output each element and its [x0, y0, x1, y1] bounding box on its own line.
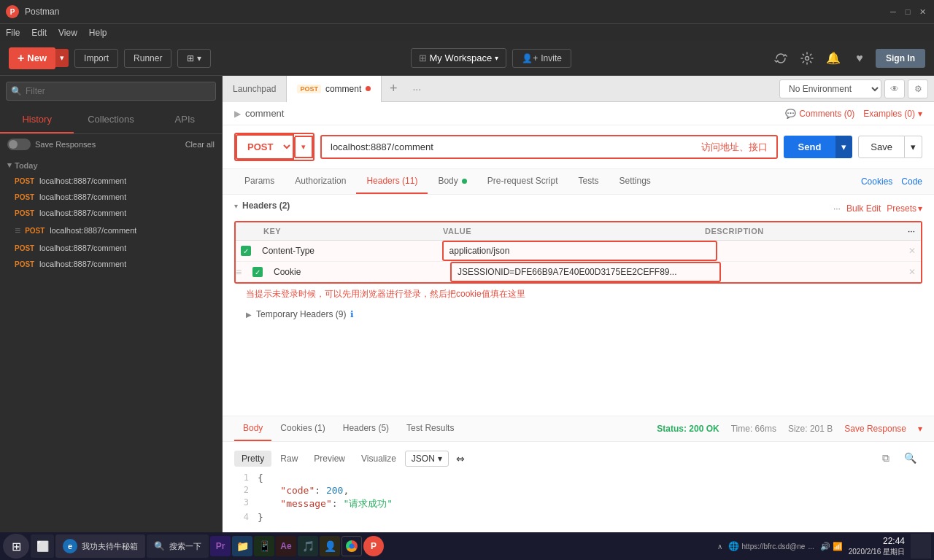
url-input[interactable]: [322, 136, 692, 158]
invite-button[interactable]: 👤+ Invite: [512, 49, 571, 68]
cookies-link[interactable]: Cookies: [861, 176, 892, 187]
taskbar-app-green[interactable]: 📱: [254, 536, 274, 556]
header-description[interactable]: [721, 267, 903, 277]
temp-toggle-icon[interactable]: ▶: [246, 311, 252, 319]
history-item[interactable]: POST localhost:8887/comment: [7, 173, 215, 189]
tab-pre-request[interactable]: Pre-request Script: [477, 169, 568, 194]
menu-edit[interactable]: Edit: [31, 28, 47, 38]
row-checkbox[interactable]: ✓: [236, 246, 256, 256]
row-checkbox[interactable]: ✓: [247, 267, 268, 277]
sync-icon[interactable]: [771, 48, 791, 69]
taskview-button[interactable]: ⬜: [31, 534, 54, 558]
comments-link[interactable]: 💬 Comments (0): [785, 109, 854, 119]
menu-view[interactable]: View: [58, 28, 77, 38]
tab-tests[interactable]: Tests: [568, 169, 609, 194]
history-item[interactable]: POST localhost:8887/comment: [7, 205, 215, 221]
workspace-selector[interactable]: ⊞ My Workspace ▾: [411, 48, 507, 68]
tab-settings[interactable]: Settings: [609, 169, 661, 194]
more-actions-icon[interactable]: ···: [833, 203, 841, 214]
save-button[interactable]: Save: [858, 136, 905, 158]
header-key[interactable]: Cookie: [268, 262, 450, 282]
presets-button[interactable]: Presets ▾: [887, 203, 922, 214]
new-button-caret[interactable]: ▾: [55, 49, 69, 67]
sidebar-tab-collections[interactable]: Collections: [74, 106, 147, 133]
method-select[interactable]: POST: [236, 134, 294, 160]
save-dropdown-button[interactable]: ▾: [905, 136, 922, 158]
checkbox-checked[interactable]: ✓: [252, 267, 263, 277]
taskbar-app-postman[interactable]: P: [363, 536, 384, 556]
environment-select[interactable]: No Environment: [779, 79, 881, 98]
send-dropdown-button[interactable]: ▾: [835, 136, 852, 158]
code-link[interactable]: Code: [901, 176, 922, 187]
tab-params[interactable]: Params: [234, 169, 285, 194]
import-button[interactable]: Import: [74, 49, 118, 68]
tab-authorization[interactable]: Authorization: [285, 169, 356, 194]
sidebar-tab-history[interactable]: History: [0, 106, 74, 133]
header-description[interactable]: [717, 246, 903, 256]
taskbar-item-search[interactable]: 🔍 搜索一下: [147, 534, 209, 558]
checkbox-checked[interactable]: ✓: [241, 246, 251, 256]
menu-help[interactable]: Help: [89, 28, 107, 38]
history-item[interactable]: POST localhost:8887/comment: [7, 256, 215, 272]
add-tab-button[interactable]: +: [382, 76, 405, 102]
env-settings-button[interactable]: ⚙: [908, 79, 928, 98]
notifications-icon[interactable]: 🔔: [823, 48, 844, 69]
history-item[interactable]: POST localhost:8887/comment: [7, 240, 215, 256]
header-key[interactable]: Content-Type: [256, 241, 442, 261]
copy-icon[interactable]: ⧉: [876, 449, 895, 467]
resp-tab-cookies[interactable]: Cookies (1): [271, 416, 333, 441]
tab-launchpad[interactable]: Launchpad: [223, 76, 287, 102]
tab-comment[interactable]: POST comment: [287, 76, 382, 102]
sidebar-tab-apis[interactable]: APIs: [148, 106, 222, 133]
format-tab-preview[interactable]: Preview: [306, 451, 352, 467]
section-toggle-icon[interactable]: ▾: [234, 202, 238, 210]
taskbar-app-chrome[interactable]: [341, 536, 362, 556]
start-button[interactable]: ⊞: [3, 534, 29, 559]
today-header[interactable]: ▾ Today: [7, 158, 215, 173]
format-tab-visualize[interactable]: Visualize: [354, 451, 404, 467]
history-item[interactable]: ≡ POST localhost:8887/comment: [7, 221, 215, 240]
new-button[interactable]: + New: [9, 47, 55, 69]
bulk-edit-button[interactable]: Bulk Edit: [846, 203, 881, 214]
resp-tab-test-results[interactable]: Test Results: [398, 416, 463, 441]
clear-all-button[interactable]: Clear all: [185, 140, 215, 149]
preview-env-button[interactable]: 👁: [884, 79, 905, 98]
menu-file[interactable]: File: [6, 28, 20, 38]
taskbar-app-blue[interactable]: 🎵: [298, 536, 318, 556]
volume-icon[interactable]: 🔊: [820, 542, 830, 551]
send-button[interactable]: Send: [784, 136, 836, 158]
wrap-icon[interactable]: ⇔: [450, 450, 471, 467]
taskbar-app-ae[interactable]: Ae: [276, 536, 296, 556]
system-clock[interactable]: 22:44 2020/2/16 星期日: [849, 536, 905, 557]
taskbar-app-avatar[interactable]: 👤: [320, 536, 340, 556]
delete-header-button[interactable]: ✕: [903, 267, 921, 277]
history-item[interactable]: POST localhost:8887/comment: [7, 189, 215, 205]
header-value[interactable]: JSESSIONID=DFE66B9A7E40E00D3175EE2CEFF89…: [450, 262, 721, 282]
network-tray-icon[interactable]: 📶: [833, 542, 843, 551]
format-tab-raw[interactable]: Raw: [273, 451, 305, 467]
search-input[interactable]: [6, 82, 216, 101]
capture-button[interactable]: ⊞ ▾: [177, 49, 211, 68]
settings-icon[interactable]: [797, 48, 817, 69]
taskbar-item-ie[interactable]: e 我功夫待牛秘箱: [55, 534, 145, 558]
more-tabs-button[interactable]: ···: [405, 76, 428, 102]
heart-icon[interactable]: ♥: [849, 48, 870, 69]
tab-body[interactable]: Body: [428, 169, 476, 194]
examples-link[interactable]: Examples (0) ▾: [863, 109, 922, 119]
tray-area[interactable]: ∧: [717, 542, 722, 551]
search-response-icon[interactable]: 🔍: [898, 449, 922, 467]
delete-header-button[interactable]: ✕: [903, 246, 921, 256]
header-value[interactable]: application/json: [442, 241, 718, 261]
taskbar-app-pr[interactable]: Pr: [210, 536, 231, 556]
toggle-switch[interactable]: [7, 139, 31, 150]
info-icon[interactable]: ℹ: [350, 309, 354, 319]
taskbar-app-explorer[interactable]: 📁: [232, 536, 252, 556]
resp-tab-body[interactable]: Body: [234, 416, 271, 441]
maximize-button[interactable]: □: [902, 6, 914, 18]
show-desktop-button[interactable]: [911, 534, 931, 559]
close-button[interactable]: ✕: [916, 6, 928, 18]
minimize-button[interactable]: ─: [887, 6, 899, 18]
signin-button[interactable]: Sign In: [876, 49, 925, 68]
save-response-chevron[interactable]: ▾: [918, 424, 922, 434]
method-dropdown-caret[interactable]: ▾: [295, 136, 313, 158]
